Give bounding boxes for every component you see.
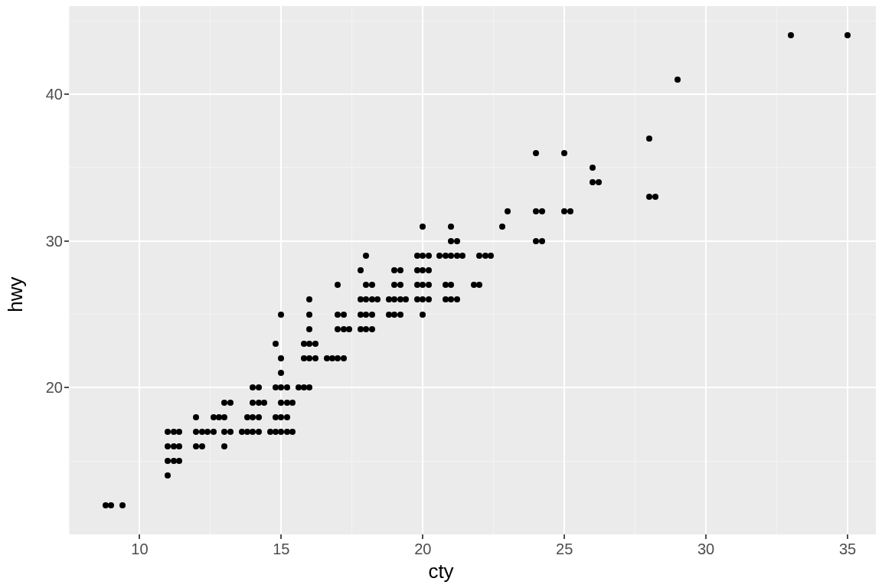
data-point bbox=[227, 429, 234, 435]
x-tick bbox=[564, 534, 565, 539]
data-point bbox=[211, 429, 217, 435]
data-point bbox=[261, 400, 267, 406]
data-point bbox=[284, 384, 290, 390]
data-point bbox=[256, 414, 262, 420]
data-point bbox=[533, 208, 539, 214]
data-point bbox=[341, 312, 347, 318]
grid-major-h bbox=[69, 387, 876, 388]
data-point bbox=[108, 502, 114, 508]
data-point bbox=[278, 355, 284, 361]
x-tick-label: 25 bbox=[556, 541, 573, 558]
x-tick bbox=[280, 534, 282, 539]
chart-container: hwy cty 101520253035203040 bbox=[0, 0, 882, 588]
data-point bbox=[341, 355, 347, 361]
y-axis-title: hwy bbox=[5, 0, 26, 588]
data-point bbox=[448, 224, 454, 230]
data-point bbox=[289, 429, 296, 435]
grid-minor-h bbox=[69, 21, 876, 21]
data-point bbox=[278, 312, 284, 318]
data-point bbox=[335, 282, 341, 288]
y-tick bbox=[64, 387, 69, 388]
grid-minor-h bbox=[69, 314, 876, 315]
data-point bbox=[278, 370, 284, 376]
grid-minor-v bbox=[210, 6, 211, 534]
grid-minor-v bbox=[69, 6, 70, 534]
data-point bbox=[420, 224, 426, 230]
grid-major-v bbox=[705, 6, 707, 534]
data-point bbox=[358, 267, 364, 273]
y-tick-label: 40 bbox=[41, 86, 63, 103]
data-point bbox=[176, 443, 182, 449]
plot-area bbox=[69, 6, 876, 534]
data-point bbox=[403, 296, 409, 302]
data-point bbox=[176, 458, 182, 464]
data-point bbox=[119, 502, 126, 508]
data-point bbox=[561, 208, 567, 214]
data-point bbox=[363, 253, 369, 259]
x-tick-label: 35 bbox=[839, 541, 856, 558]
grid-minor-v bbox=[776, 6, 777, 534]
data-point bbox=[306, 312, 312, 318]
grid-major-h bbox=[69, 240, 876, 242]
data-point bbox=[284, 414, 290, 420]
data-point bbox=[488, 253, 494, 259]
data-point bbox=[176, 429, 182, 435]
data-point bbox=[397, 267, 403, 273]
data-point bbox=[505, 208, 511, 214]
data-point bbox=[426, 282, 432, 288]
data-point bbox=[561, 150, 567, 156]
data-point bbox=[256, 429, 262, 435]
data-point bbox=[539, 238, 545, 244]
data-point bbox=[454, 296, 460, 302]
grid-minor-h bbox=[69, 461, 876, 462]
data-point bbox=[567, 208, 573, 214]
y-tick bbox=[64, 240, 69, 242]
grid-major-v bbox=[280, 6, 282, 534]
data-point bbox=[426, 253, 432, 259]
data-point bbox=[533, 150, 539, 156]
data-point bbox=[221, 443, 227, 449]
data-point bbox=[369, 312, 375, 318]
x-axis-title: cty bbox=[0, 560, 882, 583]
data-point bbox=[193, 414, 199, 420]
data-point bbox=[590, 179, 596, 185]
data-point bbox=[289, 400, 296, 406]
grid-minor-h bbox=[69, 167, 876, 168]
data-point bbox=[165, 472, 171, 479]
data-point bbox=[499, 224, 505, 230]
data-point bbox=[199, 443, 205, 449]
grid-major-v bbox=[139, 6, 140, 534]
data-point bbox=[306, 296, 312, 302]
data-point bbox=[448, 282, 454, 288]
data-point bbox=[646, 194, 652, 200]
data-point bbox=[590, 165, 596, 171]
data-point bbox=[346, 326, 352, 332]
data-point bbox=[454, 238, 460, 244]
x-tick bbox=[139, 534, 140, 539]
x-tick bbox=[847, 534, 848, 539]
data-point bbox=[426, 267, 432, 273]
data-point bbox=[312, 355, 318, 361]
data-point bbox=[646, 136, 652, 142]
grid-major-v bbox=[847, 6, 848, 534]
x-tick-label: 10 bbox=[131, 541, 148, 558]
grid-minor-v bbox=[351, 6, 352, 534]
data-point bbox=[844, 32, 851, 38]
grid-major-h bbox=[69, 93, 876, 95]
data-point bbox=[459, 253, 466, 259]
x-tick-label: 15 bbox=[273, 541, 289, 558]
data-point bbox=[596, 179, 602, 185]
data-point bbox=[221, 414, 227, 420]
data-point bbox=[306, 326, 312, 332]
plot-panel bbox=[69, 6, 876, 534]
data-point bbox=[312, 341, 318, 347]
data-point bbox=[652, 194, 658, 200]
y-tick-label: 20 bbox=[41, 379, 63, 397]
x-tick-label: 20 bbox=[414, 541, 431, 558]
data-point bbox=[397, 312, 403, 318]
data-point bbox=[426, 296, 432, 302]
data-point bbox=[273, 341, 279, 347]
data-point bbox=[539, 208, 545, 214]
data-point bbox=[306, 384, 312, 390]
data-point bbox=[476, 282, 482, 288]
